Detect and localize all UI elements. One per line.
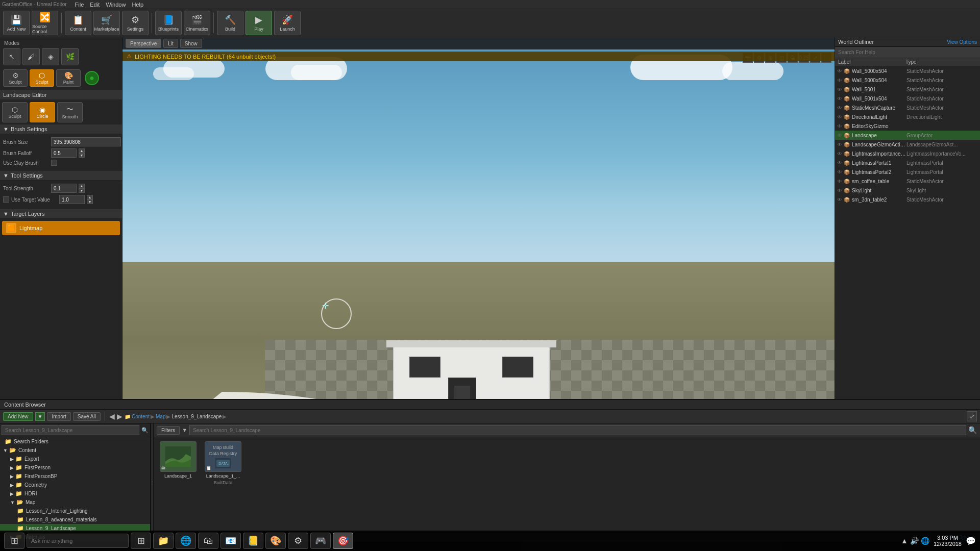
use-clay-brush-checkbox[interactable] [51,160,57,166]
notification-icon[interactable]: 💬 [966,536,976,546]
taskbar-clock[interactable]: 3:03 PM 12/23/2018 [934,535,962,547]
task-view-button[interactable]: ⊞ [131,533,151,549]
wo-item-11[interactable]: 👁 📦 LightmassPortal2 LightmassPortal [835,167,980,177]
breadcrumb-map[interactable]: Map [156,414,165,419]
wo-item-4[interactable]: 👁 📦 StaticMeshCapture StaticMeshActor [835,103,980,112]
taskbar-file-explorer[interactable]: 📁 [153,533,174,549]
import-button[interactable]: Import [47,412,70,421]
cb-folder-0[interactable]: 📁 Search Folders [0,437,150,446]
settings-button[interactable]: ⚙ Settings [122,11,149,35]
taskbar-unreal[interactable]: 🎯 [333,533,353,549]
tool-settings-header[interactable]: ▼ Tool Settings [0,171,122,181]
launch-button[interactable]: 🚀 Launch [274,11,301,35]
cb-content-search-icon[interactable]: 🔍 [968,426,977,434]
manage-btn[interactable]: ⚙ Sculpt [3,69,28,87]
cb-expand-button[interactable]: ⤢ [967,411,977,421]
taskbar-settings[interactable]: ⚙ [288,533,308,549]
wo-item-12[interactable]: 👁 📦 sm_coffee_table StaticMeshActor [835,177,980,186]
cb-search-input[interactable] [2,425,139,435]
wo-eye-8[interactable]: 👁 [837,142,842,147]
tool-strength-down[interactable]: ▼ [79,188,85,193]
brush-settings-header[interactable]: ▼ Brush Settings [0,124,122,134]
nav-back[interactable]: ◀ [109,412,115,420]
lightmap-layer[interactable]: 🟧 Lightmap [2,221,120,235]
wo-item-10[interactable]: 👁 📦 LightmassPortal1 LightmassPortal [835,158,980,167]
wo-item-3[interactable]: 👁 📦 Wall_5001x504 StaticMeshActor [835,94,980,103]
build-button[interactable]: 🔨 Build [217,11,243,35]
cb-folder-6[interactable]: ▶ 📁 HDRI [0,489,150,498]
tool-strength-input[interactable] [51,184,77,193]
wo-eye-5[interactable]: 👁 [837,114,842,120]
mode-paint[interactable]: 🖌 [22,48,40,65]
landscape-editor-header[interactable]: Landscape Editor [0,90,122,100]
wo-item-8[interactable]: 👁 📦 LandscapeGizmoActiveActor LandscapeG… [835,140,980,149]
menu-edit[interactable]: Edit [90,2,100,8]
wo-item-13[interactable]: 👁 📦 SkyLight SkyLight [835,186,980,195]
use-target-value-checkbox[interactable] [3,196,9,203]
cb-folder-8[interactable]: 📁 Lesson_7_Interior_Lighting [0,507,150,515]
cinematics-button[interactable]: 🎬 Cinematics [184,11,210,35]
target-value-input[interactable] [59,195,85,204]
target-layers-header[interactable]: ▼ Target Layers [0,209,122,219]
breadcrumb-lesson[interactable]: Lesson_9_Landscape [172,414,222,419]
wo-eye-0[interactable]: 👁 [837,68,842,74]
menu-window[interactable]: Window [106,2,126,8]
wo-eye-3[interactable]: 👁 [837,96,842,102]
wo-item-2[interactable]: 👁 📦 Wall_5001 StaticMeshActor [835,85,980,94]
taskbar-search[interactable] [27,534,129,548]
filters-dropdown[interactable]: ▼ [182,427,187,433]
tray-volume[interactable]: 🔊 [910,537,919,545]
marketplace-button[interactable]: 🛒 Marketplace [93,11,120,35]
circle-tool[interactable]: ◉ Circle [30,102,55,122]
menu-help[interactable]: Help [132,2,143,8]
wo-eye-10[interactable]: 👁 [837,160,842,166]
taskbar-onenote[interactable]: 📒 [243,533,263,549]
save-all-button[interactable]: Save All [73,412,101,421]
wo-item-9[interactable]: 👁 📦 LightmassImportanceVolume LightmassI… [835,149,980,158]
brush-falloff-down[interactable]: ▼ [79,153,85,158]
filters-button[interactable]: Filters [157,426,180,435]
wo-item-7[interactable]: 👁 📦 Landscape GroupActor [835,131,980,140]
sculpt-tool[interactable]: ⬡ Sculpt [2,102,28,122]
content-button[interactable]: 📋 Content [65,11,91,35]
mode-select[interactable]: ↖ [3,48,20,65]
wo-eye-2[interactable]: 👁 [837,87,842,92]
wo-eye-14[interactable]: 👁 [837,197,842,203]
cb-folder-2[interactable]: ▶ 📁 Export [0,455,150,463]
asset-landscape-builddata[interactable]: Map BuildData Registry DATA 📋 Landscape_… [203,441,243,485]
wo-eye-7[interactable]: 👁 [837,133,842,138]
paint-terrain-btn[interactable]: 🎨 Paint [56,69,81,87]
tray-up-arrow[interactable]: ▲ [901,537,908,545]
cb-content-search[interactable] [189,425,966,435]
taskbar-ps[interactable]: 🎨 [265,533,286,549]
green-circle-btn[interactable]: ● [85,71,99,85]
cb-folder-4[interactable]: ▶ 📁 FirstPersonBP [0,472,150,481]
brush-size-input[interactable] [51,137,121,146]
brush-falloff-up[interactable]: ▲ [79,148,85,153]
cb-folder-1[interactable]: ▼ 📂 Content [0,446,150,455]
add-new-button[interactable]: Add New [3,412,33,421]
taskbar-store[interactable]: 🛍 [198,533,218,549]
wo-eye-13[interactable]: 👁 [837,188,842,193]
wo-eye-4[interactable]: 👁 [837,105,842,111]
tool-strength-up[interactable]: ▲ [79,184,85,188]
taskbar-mail[interactable]: 📧 [220,533,241,549]
cb-search-icon[interactable]: 🔍 [141,427,149,434]
cb-folder-9[interactable]: 📁 Lesson_8_advanced_materials [0,515,150,524]
target-value-up[interactable]: ▲ [87,195,93,199]
wo-item-14[interactable]: 👁 📦 sm_3dn_table2 StaticMeshActor [835,195,980,204]
menu-file[interactable]: File [75,2,84,8]
cb-folder-5[interactable]: ▶ 📁 Geometry [0,481,150,489]
wo-item-5[interactable]: 👁 📦 DirectionalLight DirectionalLight [835,112,980,121]
wo-eye-9[interactable]: 👁 [837,151,842,157]
source-control-button[interactable]: 🔀 Source Control [32,11,58,35]
taskbar-steam[interactable]: 🎮 [310,533,331,549]
smooth-tool[interactable]: 〜 Smooth [57,102,83,122]
nav-forward[interactable]: ▶ [117,412,122,420]
perspective-btn[interactable]: Perspective [126,39,161,48]
wo-item-6[interactable]: 👁 📦 EditorSkyGizmo [835,121,980,131]
world-outliner-search[interactable] [835,47,980,58]
target-value-down[interactable]: ▼ [87,199,93,204]
mode-geometry[interactable]: ◈ [42,48,59,65]
wo-eye-1[interactable]: 👁 [837,78,842,83]
